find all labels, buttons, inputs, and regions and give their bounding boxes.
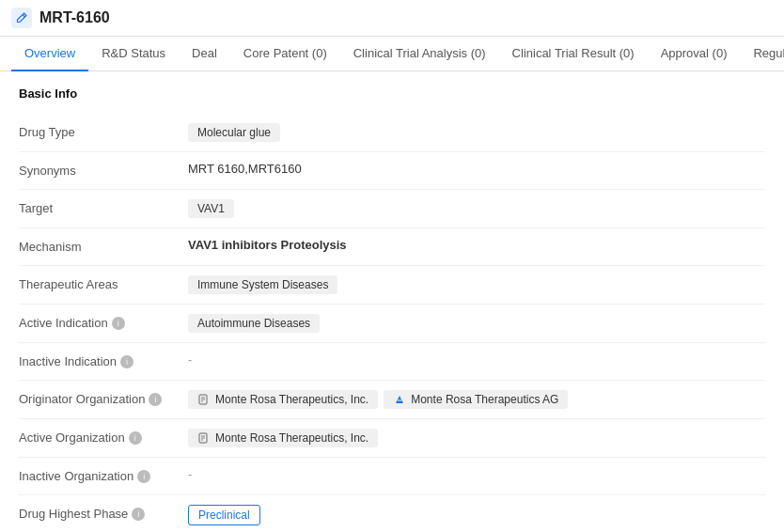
inactive-indication-dash: - bbox=[188, 352, 192, 367]
org-doc-icon-active bbox=[197, 431, 211, 445]
field-row-drug-highest-phase: Drug Highest Phase i Preclinical bbox=[19, 495, 765, 532]
content-area: Basic Info Drug Type Molecular glue Syno… bbox=[0, 71, 784, 532]
tab-regulation[interactable]: Regulation (0) bbox=[740, 37, 784, 71]
field-value-active-indication: Autoimmune Diseases bbox=[188, 314, 765, 333]
field-label-synonyms: Synonyms bbox=[19, 162, 188, 178]
field-value-drug-highest-phase: Preclinical bbox=[188, 505, 765, 525]
field-row-active-indication: Active Indication i Autoimmune Diseases bbox=[19, 305, 765, 343]
field-label-active-org: Active Organization i bbox=[19, 429, 188, 445]
org-logo-icon-2 bbox=[393, 393, 406, 406]
field-row-synonyms: Synonyms MRT 6160,MRT6160 bbox=[19, 152, 765, 190]
originator-org-tag-1: Monte Rosa Therapeutics, Inc. bbox=[188, 390, 378, 409]
info-icon-inactive-indication[interactable]: i bbox=[120, 355, 133, 368]
therapeutic-areas-tag: Immune System Diseases bbox=[188, 275, 337, 294]
field-label-inactive-indication: Inactive Indication i bbox=[19, 352, 188, 368]
header-icon bbox=[11, 8, 32, 28]
field-label-drug-type: Drug Type bbox=[19, 123, 188, 139]
page-title: MRT-6160 bbox=[39, 9, 110, 26]
info-icon-active-org[interactable]: i bbox=[129, 431, 142, 445]
field-value-active-org: Monte Rosa Therapeutics, Inc. bbox=[188, 429, 765, 447]
field-row-inactive-indication: Inactive Indication i - bbox=[19, 343, 765, 381]
tab-rd-status[interactable]: R&D Status bbox=[88, 37, 179, 71]
drug-highest-phase-tag: Preclinical bbox=[188, 505, 260, 525]
tab-core-patent[interactable]: Core Patent (0) bbox=[230, 37, 340, 71]
info-icon-active-indication[interactable]: i bbox=[112, 317, 125, 330]
field-value-target: VAV1 bbox=[188, 199, 765, 218]
field-value-therapeutic-areas: Immune System Diseases bbox=[188, 275, 765, 294]
tab-overview[interactable]: Overview bbox=[11, 37, 88, 71]
active-indication-tag: Autoimmune Diseases bbox=[188, 314, 320, 333]
field-label-drug-highest-phase: Drug Highest Phase i bbox=[19, 505, 188, 521]
inactive-org-dash: - bbox=[188, 467, 192, 481]
tabs-container: Overview R&D Status Deal Core Patent (0)… bbox=[0, 37, 784, 71]
field-row-mechanism: Mechanism VAV1 inhibitors Proteolysis bbox=[19, 228, 765, 266]
field-label-originator-org: Originator Organization i bbox=[19, 390, 188, 406]
field-label-therapeutic-areas: Therapeutic Areas bbox=[19, 275, 188, 291]
info-icon-originator-org[interactable]: i bbox=[149, 393, 162, 406]
originator-org-name-2[interactable]: Monte Rosa Therapeutics AG bbox=[411, 393, 558, 406]
field-row-therapeutic-areas: Therapeutic Areas Immune System Diseases bbox=[19, 266, 765, 305]
target-tag: VAV1 bbox=[188, 199, 234, 218]
field-row-active-org: Active Organization i Monte Rosa Therape… bbox=[19, 419, 765, 458]
field-label-mechanism: Mechanism bbox=[19, 238, 188, 254]
originator-org-tag-2: Monte Rosa Therapeutics AG bbox=[384, 390, 568, 409]
drug-type-tag: Molecular glue bbox=[188, 123, 280, 142]
field-row-target: Target VAV1 bbox=[19, 190, 765, 228]
header: MRT-6160 bbox=[0, 0, 784, 37]
field-value-originator-org: Monte Rosa Therapeutics, Inc. Monte Rosa… bbox=[188, 390, 765, 409]
tab-approval[interactable]: Approval (0) bbox=[648, 37, 741, 71]
field-label-inactive-org: Inactive Organization i bbox=[19, 467, 188, 483]
field-label-active-indication: Active Indication i bbox=[19, 314, 188, 330]
mechanism-text: VAV1 inhibitors Proteolysis bbox=[188, 238, 347, 252]
section-title: Basic Info bbox=[19, 86, 765, 101]
field-value-synonyms: MRT 6160,MRT6160 bbox=[188, 162, 765, 176]
synonyms-text: MRT 6160,MRT6160 bbox=[188, 162, 302, 176]
originator-org-name-1[interactable]: Monte Rosa Therapeutics, Inc. bbox=[215, 393, 368, 406]
field-row-inactive-org: Inactive Organization i - bbox=[19, 458, 765, 495]
field-row-originator-org: Originator Organization i Monte Rosa The… bbox=[19, 381, 765, 419]
field-value-inactive-org: - bbox=[188, 467, 765, 481]
active-org-name[interactable]: Monte Rosa Therapeutics, Inc. bbox=[215, 431, 368, 445]
field-value-drug-type: Molecular glue bbox=[188, 123, 765, 142]
info-icon-drug-highest-phase[interactable]: i bbox=[132, 508, 145, 521]
org-doc-icon-1 bbox=[197, 393, 211, 406]
field-label-target: Target bbox=[19, 199, 188, 215]
field-value-inactive-indication: - bbox=[188, 352, 765, 367]
tab-deal[interactable]: Deal bbox=[179, 37, 230, 71]
tab-clinical-trial-analysis[interactable]: Clinical Trial Analysis (0) bbox=[340, 37, 499, 71]
tab-clinical-trial-result[interactable]: Clinical Trial Result (0) bbox=[499, 37, 648, 71]
info-icon-inactive-org[interactable]: i bbox=[137, 470, 150, 483]
field-value-mechanism: VAV1 inhibitors Proteolysis bbox=[188, 238, 765, 252]
active-org-tag: Monte Rosa Therapeutics, Inc. bbox=[188, 429, 378, 447]
field-row-drug-type: Drug Type Molecular glue bbox=[19, 114, 765, 152]
